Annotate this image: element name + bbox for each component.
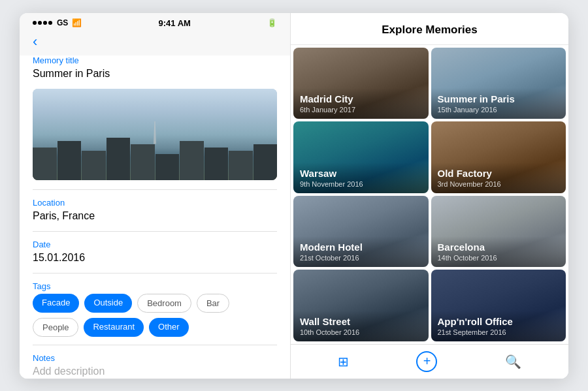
memory-card-5[interactable]: Barcelona14th October 2016 (431, 196, 566, 268)
memory-card-overlay-4: Modern Hotel21st October 2016 (293, 236, 429, 267)
memory-card-6[interactable]: Wall Street10th October 2016 (293, 270, 429, 341)
memory-image (33, 89, 277, 180)
memories-grid: Madrid City6th January 2017Summer in Par… (291, 45, 568, 344)
memory-card-date-5: 14th October 2016 (438, 254, 560, 262)
memory-card-3[interactable]: Old Factory3rd November 2016 (431, 121, 566, 193)
memory-card-overlay-3: Old Factory3rd November 2016 (431, 163, 566, 193)
tag-outside[interactable]: Outside (84, 294, 132, 313)
carrier-label: GS (57, 18, 68, 27)
memory-title-label: Memory title (33, 55, 277, 65)
memory-card-7[interactable]: App'n'roll Office21st September 2016 (431, 270, 566, 341)
left-content: Memory title Summer in Paris (20, 55, 290, 379)
date-label: Date (33, 240, 277, 249)
date-value: 15.01.2016 (33, 252, 277, 264)
memory-card-title-5: Barcelona (438, 242, 560, 253)
add-nav-button[interactable]: + (416, 351, 437, 372)
signal-dot-4 (48, 21, 52, 25)
explore-title: Explore Memories (382, 23, 477, 36)
grid-nav-icon[interactable]: ⊞ (338, 354, 349, 369)
nav-bar: ‹ (20, 31, 290, 55)
memory-card-date-7: 21st September 2016 (438, 328, 560, 336)
memory-card-4[interactable]: Modern Hotel21st October 2016 (293, 196, 429, 268)
divider-3 (33, 273, 277, 274)
memory-card-title-3: Old Factory (438, 168, 560, 180)
status-battery: 🔋 (267, 18, 277, 27)
memory-card-overlay-0: Madrid City6th January 2017 (293, 88, 429, 119)
memory-card-title-1: Summer in Paris (438, 93, 560, 105)
signal-dots (33, 21, 52, 25)
memory-card-title-6: Wall Street (300, 316, 422, 328)
plus-icon: + (423, 354, 431, 369)
memory-card-title-2: Warsaw (300, 168, 422, 180)
memory-card-1[interactable]: Summer in Paris15th January 2016 (431, 48, 566, 119)
memory-card-overlay-7: App'n'roll Office21st September 2016 (431, 311, 566, 341)
memory-card-date-3: 3rd November 2016 (438, 180, 560, 188)
notes-placeholder[interactable]: Add description (33, 366, 277, 377)
status-time: 9:41 AM (158, 18, 190, 28)
memory-card-0[interactable]: Madrid City6th January 2017 (293, 48, 429, 119)
memory-card-overlay-5: Barcelona14th October 2016 (431, 236, 566, 267)
memory-card-date-2: 9th November 2016 (300, 180, 422, 188)
tag-other[interactable]: Other (149, 318, 189, 337)
memory-card-overlay-2: Warsaw9th November 2016 (293, 163, 429, 193)
memory-card-overlay-1: Summer in Paris15th January 2016 (431, 88, 566, 119)
divider-4 (33, 345, 277, 345)
notes-label: Notes (33, 353, 277, 363)
memory-title-value: Summer in Paris (33, 68, 277, 80)
status-bar-left: GS 📶 (33, 18, 82, 27)
divider-2 (33, 231, 277, 232)
right-panel: Explore Memories Madrid City6th January … (291, 13, 568, 379)
signal-dot-3 (43, 21, 47, 25)
tag-people[interactable]: People (33, 318, 78, 337)
memory-card-overlay-6: Wall Street10th October 2016 (293, 311, 429, 341)
signal-dot-1 (33, 21, 37, 25)
memory-card-date-6: 10th October 2016 (300, 328, 422, 336)
wifi-icon: 📶 (72, 18, 82, 27)
tag-restaurant[interactable]: Restaurant (84, 318, 144, 337)
divider-1 (33, 189, 277, 190)
location-label: Location (33, 198, 277, 208)
memory-card-date-1: 15th January 2016 (438, 106, 560, 114)
memory-card-date-0: 6th January 2017 (300, 106, 422, 114)
memory-card-2[interactable]: Warsaw9th November 2016 (293, 121, 429, 193)
tags-container: FacadeOutsideBedroomBarPeopleRestaurantO… (33, 294, 277, 337)
explore-header: Explore Memories (291, 13, 568, 45)
memory-card-date-4: 21st October 2016 (300, 254, 422, 262)
memory-card-title-0: Madrid City (300, 93, 422, 105)
memory-card-title-7: App'n'roll Office (438, 316, 560, 328)
tag-bar[interactable]: Bar (197, 294, 229, 313)
tag-bedroom[interactable]: Bedroom (137, 294, 191, 313)
signal-dot-2 (38, 21, 42, 25)
app-container: GS 📶 9:41 AM 🔋 ‹ Memory title Summer in … (20, 13, 568, 379)
left-panel: GS 📶 9:41 AM 🔋 ‹ Memory title Summer in … (20, 13, 291, 379)
tag-facade[interactable]: Facade (33, 294, 79, 313)
tags-label: Tags (33, 281, 277, 291)
status-bar: GS 📶 9:41 AM 🔋 (20, 13, 290, 31)
location-value: Paris, France (33, 210, 277, 222)
search-nav-icon[interactable]: 🔍 (505, 354, 521, 369)
back-button[interactable]: ‹ (33, 33, 37, 50)
bottom-nav: ⊞ + 🔍 (291, 344, 568, 379)
memory-card-title-4: Modern Hotel (300, 242, 422, 253)
